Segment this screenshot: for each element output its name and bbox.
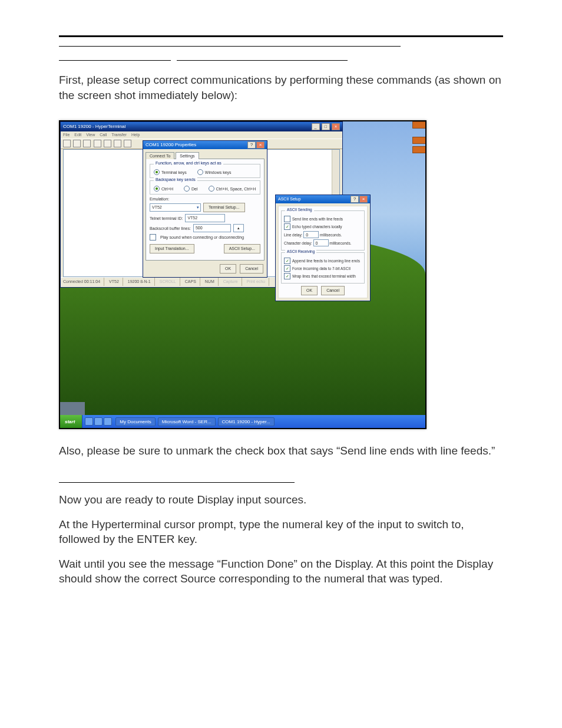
tb-open-icon[interactable] [73,140,81,147]
status-printecho: Print echo [247,278,270,286]
quick-launch [85,417,112,426]
side-tab-2 [412,137,427,144]
help-icon[interactable]: ? [351,196,359,203]
paragraph-prompt: At the Hyperterminal cursor prompt, type… [59,517,503,547]
ascii-sending-label: ASCII Sending [285,207,314,212]
emulation-select[interactable]: VT52 [150,203,201,212]
bottom-left-block [60,402,85,415]
menu-edit[interactable]: Edit [74,133,81,137]
hyperterminal-titlebar[interactable]: COM1 19200 - HyperTerminal _ □ × [61,122,342,131]
terminal-setup-button[interactable]: Terminal Setup... [203,203,245,212]
menu-file[interactable]: File [63,133,70,137]
status-scroll: SCROLL [160,278,180,286]
taskbar-item-hyperterminal[interactable]: COM1 19200 - Hyper... [218,417,275,426]
ascii-receiving-label: ASCII Receiving [285,249,316,253]
group-function-keys: Function, arrow, and ctrl keys act as Te… [150,164,260,178]
backscroll-input[interactable]: 500 [193,224,231,232]
properties-tabs: Connect To Settings [146,151,265,159]
tab-settings[interactable]: Settings [176,152,199,159]
start-button[interactable]: start [60,415,82,428]
close-icon[interactable]: × [256,141,265,149]
checkbox-send-line-ends[interactable] [284,216,290,222]
underline-group [59,42,503,63]
minimize-icon[interactable]: _ [312,123,320,130]
tb-new-icon[interactable] [63,140,71,147]
checkbox-append-linefeeds[interactable] [284,258,290,264]
checkbox-force-7bit[interactable] [284,265,290,272]
checkbox-wrap-lines[interactable] [284,273,290,279]
char-delay-input[interactable]: 0 [313,239,329,246]
side-tab-1 [412,121,427,129]
ascii-titlebar[interactable]: ASCII Setup ? × [276,195,370,203]
screenshot: COM1 19200 - HyperTerminal _ □ × File Ed… [59,120,427,429]
tb-send-icon[interactable] [104,140,111,147]
menu-view[interactable]: View [86,133,95,137]
taskbar[interactable]: start My Documents Microsoft Word - SER.… [60,415,425,428]
status-num: NUM [205,278,219,286]
radio-terminal-keys[interactable]: Terminal keys [154,169,187,175]
tb-props-icon[interactable] [124,140,131,147]
properties-cancel-button[interactable]: Cancel [240,264,263,274]
telnet-id-label: Telnet terminal ID: [150,216,183,220]
properties-titlebar[interactable]: COM1 19200 Properties ? × [143,141,267,149]
hyperterminal-menubar[interactable]: File Edit View Call Transfer Help [61,131,342,139]
tb-disconnect-icon[interactable] [94,140,101,147]
checkbox-echo-locally[interactable] [284,223,290,230]
emulation-label: Emulation: [150,197,169,201]
tab-connect-to[interactable]: Connect To [146,152,174,159]
ql-desktop-icon[interactable] [94,417,103,426]
char-delay-unit: milliseconds. [329,241,351,245]
status-emulation: VT52 [109,278,123,286]
help-icon[interactable]: ? [247,141,256,149]
radio-ctrlh-space[interactable]: Ctrl+H, Space, Ctrl+H [209,186,256,192]
underline-line1 [59,46,401,47]
status-connected: Connected 00:11:04 [63,278,104,286]
properties-ok-button[interactable]: OK [220,264,236,274]
radio-windows-keys[interactable]: Windows keys [197,169,232,175]
ql-ie-icon[interactable] [85,417,93,426]
intro-paragraph: First, please setup correct communicatio… [59,73,503,103]
force7-label: Force incoming data to 7-bit ASCII [292,266,351,271]
playsound-checkbox[interactable] [150,234,156,241]
paragraph-wait: Wait until you see the message “Function… [59,556,503,587]
group-label-backspace: Backspace key sends [154,177,197,182]
taskbar-item-word[interactable]: Microsoft Word - SER... [158,417,216,426]
group-label-function: Function, arrow, and ctrl keys act as [154,161,223,165]
paragraph-ready: Now you are ready to route Display input… [59,492,503,508]
wrap-label: Wrap lines that exceed terminal width [292,274,356,278]
line-delay-unit: milliseconds. [320,233,342,237]
ascii-title-text: ASCII Setup [278,195,301,203]
ascii-setup-button[interactable]: ASCII Setup... [224,244,260,253]
ql-media-icon[interactable] [104,417,112,426]
char-delay-label: Character delay: [284,241,312,245]
close-icon[interactable]: × [359,196,368,203]
status-caps: CAPS [185,278,200,286]
backscroll-label: Backscroll buffer lines: [150,226,191,230]
underline-line2a [59,60,171,61]
tb-connect-icon[interactable] [83,140,91,147]
menu-help[interactable]: Help [131,133,140,137]
echo-label: Echo typed characters locally [292,225,342,229]
backscroll-spinner[interactable]: ▴ [233,224,244,232]
telnet-id-input[interactable]: VT52 [185,214,225,222]
line-delay-label: Line delay: [284,233,302,237]
radio-del[interactable]: Del [184,186,198,192]
hyperterminal-title-text: COM1 19200 - HyperTerminal [63,122,125,131]
properties-title-text: COM1 19200 Properties [146,141,196,149]
radio-ctrlh[interactable]: Ctrl+H [154,186,173,192]
maximize-icon[interactable]: □ [322,123,330,130]
tb-receive-icon[interactable] [114,140,121,147]
menu-transfer[interactable]: Transfer [111,133,127,137]
status-baud: 19200 8-N-1 [128,278,155,286]
ascii-ok-button[interactable]: OK [301,286,318,295]
ascii-cancel-button[interactable]: Cancel [321,286,345,295]
input-translation-button[interactable]: Input Translation... [150,244,194,253]
ascii-setup-dialog: ASCII Setup ? × ASCII Sending Send line … [275,195,371,301]
send-line-ends-label: Send line ends with line feeds [292,217,343,221]
menu-call[interactable]: Call [100,133,107,137]
line-delay-input[interactable]: 0 [303,231,319,238]
group-backspace: Backspace key sends Ctrl+H Del Ctrl+H, S… [150,180,260,195]
top-rule [59,35,503,37]
taskbar-item-docs[interactable]: My Documents [115,417,155,426]
close-icon[interactable]: × [332,123,340,130]
